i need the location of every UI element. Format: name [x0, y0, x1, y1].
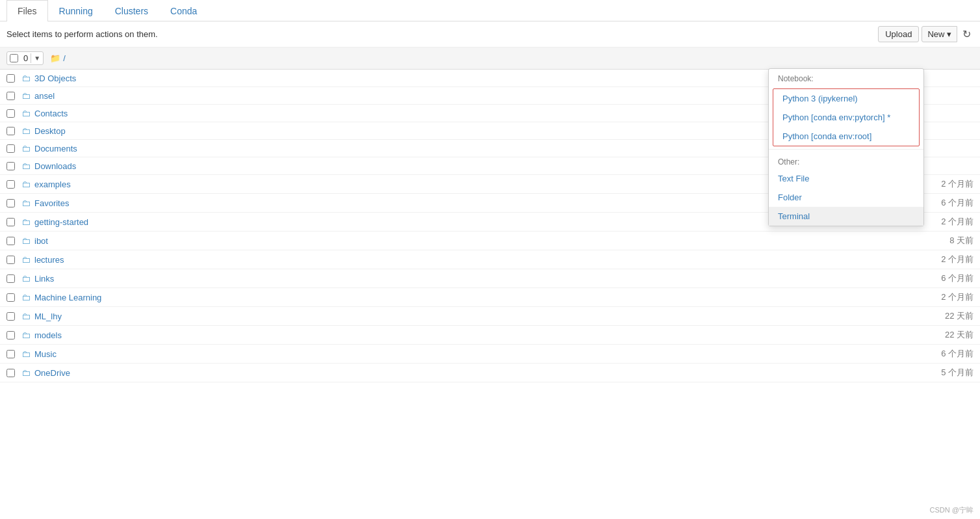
- row-checkbox[interactable]: [6, 256, 15, 264]
- table-row: 🗀 models 22 天前: [0, 326, 980, 345]
- folder-icon: 🗀: [21, 161, 31, 171]
- tab-conda[interactable]: Conda: [159, 0, 208, 21]
- select-info: Select items to perform actions on them.: [6, 29, 158, 39]
- dropdown-terminal[interactable]: Terminal: [769, 207, 923, 226]
- file-name[interactable]: ansel: [34, 91, 55, 101]
- row-checkbox[interactable]: [6, 274, 15, 283]
- folder-icon: 🗀: [21, 292, 31, 302]
- file-name[interactable]: Music: [34, 349, 57, 359]
- folder-icon: 🗀: [21, 367, 31, 378]
- folder-icon: 🗀: [21, 311, 31, 321]
- file-name[interactable]: Documents: [34, 144, 77, 153]
- folder-icon: 🗀: [21, 126, 31, 136]
- tab-files[interactable]: Files: [6, 0, 48, 21]
- row-checkbox[interactable]: [6, 127, 15, 135]
- folder-icon: 🗀: [21, 235, 31, 246]
- file-row-left: 🗀 lectures: [6, 254, 922, 265]
- file-name[interactable]: Favorites: [34, 198, 69, 208]
- file-name[interactable]: Desktop: [34, 126, 66, 136]
- folder-icon: 🗀: [21, 254, 31, 265]
- file-time: 22 天前: [922, 329, 974, 341]
- select-all-checkbox[interactable]: [10, 54, 18, 62]
- row-checkbox[interactable]: [6, 237, 15, 245]
- file-name[interactable]: OneDrive: [34, 368, 70, 378]
- folder-icon: 🗀: [21, 108, 31, 118]
- row-checkbox[interactable]: [6, 180, 15, 189]
- file-time: 2 个月前: [922, 178, 974, 190]
- dropdown-root[interactable]: Python [conda env:root]: [773, 127, 919, 146]
- tab-clusters[interactable]: Clusters: [104, 0, 159, 21]
- row-checkbox[interactable]: [6, 109, 15, 118]
- row-checkbox[interactable]: [6, 293, 15, 302]
- row-checkbox[interactable]: [6, 199, 15, 207]
- new-dropdown-menu: Notebook: Python 3 (ipykernel) Python [c…: [768, 68, 924, 226]
- selected-count: 0: [21, 52, 31, 64]
- dropdown-text-file[interactable]: Text File: [769, 169, 923, 188]
- table-row: 🗀 ML_lhy 22 天前: [0, 307, 980, 326]
- file-row-left: 🗀 models: [6, 330, 922, 340]
- folder-icon: 🗀: [21, 73, 31, 83]
- file-name[interactable]: Contacts: [34, 109, 68, 118]
- other-section-label: Other:: [769, 152, 923, 169]
- folder-icon: 🗀: [21, 330, 31, 340]
- file-row-left: 🗀 Machine Learning: [6, 292, 922, 302]
- row-checkbox[interactable]: [6, 92, 15, 100]
- tab-running[interactable]: Running: [48, 0, 104, 21]
- toolbar: Select items to perform actions on them.…: [0, 21, 980, 47]
- dropdown-python3[interactable]: Python 3 (ipykernel): [773, 89, 919, 108]
- notebook-group: Python 3 (ipykernel) Python [conda env:p…: [773, 88, 920, 146]
- refresh-button[interactable]: ↻: [960, 25, 974, 43]
- file-time: 22 天前: [922, 310, 974, 322]
- row-checkbox[interactable]: [6, 331, 15, 339]
- file-name[interactable]: Machine Learning: [34, 293, 101, 302]
- file-list-header: 0 ▼ 📁 /: [0, 47, 980, 70]
- folder-icon: 🗀: [21, 217, 31, 227]
- breadcrumb-folder-icon: 📁: [50, 53, 60, 63]
- folder-icon: 🗀: [21, 349, 31, 359]
- file-time: 5 个月前: [922, 367, 974, 379]
- file-time: 6 个月前: [922, 348, 974, 360]
- upload-button[interactable]: Upload: [878, 26, 919, 42]
- new-button[interactable]: New ▾: [922, 26, 957, 42]
- file-name[interactable]: lectures: [34, 255, 64, 265]
- table-row: 🗀 Music 6 个月前: [0, 345, 980, 364]
- file-time: 2 个月前: [922, 254, 974, 265]
- file-row-left: 🗀 ML_lhy: [6, 311, 922, 321]
- file-name[interactable]: getting-started: [34, 217, 88, 227]
- dropdown-pytorch[interactable]: Python [conda env:pytorch] *: [773, 108, 919, 127]
- folder-icon: 🗀: [21, 143, 31, 153]
- folder-icon: 🗀: [21, 90, 31, 101]
- file-time: 6 个月前: [922, 197, 974, 209]
- row-checkbox[interactable]: [6, 162, 15, 170]
- breadcrumb-path[interactable]: /: [63, 53, 66, 63]
- count-caret[interactable]: ▼: [31, 53, 43, 63]
- row-checkbox[interactable]: [6, 350, 15, 358]
- row-checkbox[interactable]: [6, 369, 15, 377]
- toolbar-right: Upload New ▾ ↻: [878, 25, 974, 43]
- file-name[interactable]: 3D Objects: [34, 73, 76, 83]
- notebook-section-label: Notebook:: [769, 69, 923, 86]
- file-row-left: 🗀 Music: [6, 349, 922, 359]
- row-checkbox[interactable]: [6, 74, 15, 83]
- row-checkbox[interactable]: [6, 218, 15, 226]
- file-time: 8 天前: [922, 235, 974, 246]
- table-row: 🗀 OneDrive 5 个月前: [0, 364, 980, 382]
- file-row-left: 🗀 Links: [6, 273, 922, 284]
- file-time: 2 个月前: [922, 291, 974, 303]
- file-name[interactable]: examples: [34, 180, 71, 189]
- file-name[interactable]: Links: [34, 274, 54, 284]
- table-row: 🗀 Machine Learning 2 个月前: [0, 288, 980, 307]
- file-name[interactable]: ibot: [34, 236, 48, 246]
- row-checkbox[interactable]: [6, 144, 15, 153]
- file-time: 2 个月前: [922, 216, 974, 228]
- table-row: 🗀 lectures 2 个月前: [0, 250, 980, 269]
- top-tabs: Files Running Clusters Conda: [0, 0, 980, 21]
- dropdown-folder[interactable]: Folder: [769, 188, 923, 207]
- file-time: 6 个月前: [922, 273, 974, 284]
- file-name[interactable]: models: [34, 330, 62, 340]
- row-checkbox[interactable]: [6, 312, 15, 321]
- file-name[interactable]: ML_lhy: [34, 312, 62, 321]
- file-name[interactable]: Downloads: [34, 161, 76, 171]
- count-selector: 0 ▼: [6, 51, 44, 65]
- table-row: 🗀 ibot 8 天前: [0, 232, 980, 250]
